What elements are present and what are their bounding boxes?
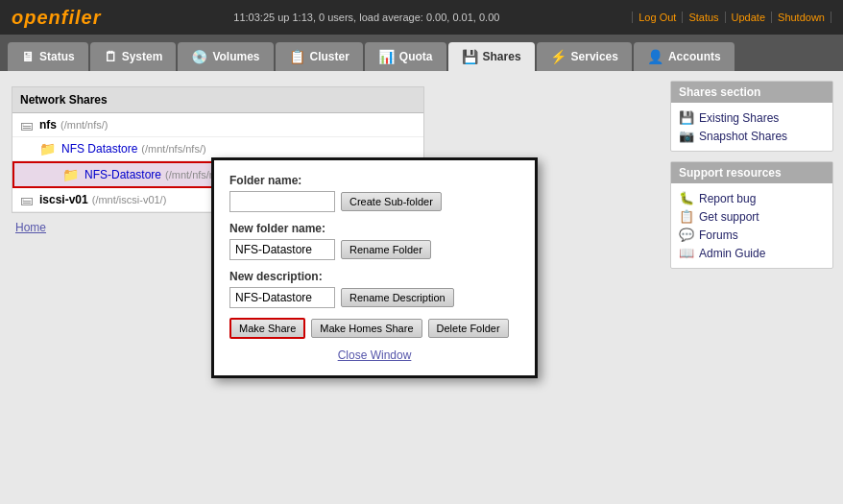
shares-header: Network Shares <box>12 87 423 113</box>
quota-icon: 📊 <box>378 49 395 64</box>
home-link[interactable]: Home <box>15 221 46 234</box>
left-area: Network Shares 🖴 nfs (/mnt/nfs/) 📁 NFS D… <box>0 71 661 504</box>
popup-dialog: Folder name: Create Sub-folder New folde… <box>211 157 538 378</box>
tab-system[interactable]: 🗒 System <box>90 42 177 71</box>
folder-name-row: Create Sub-folder <box>229 191 519 212</box>
existing-shares-link[interactable]: 💾 Existing Shares <box>679 108 825 127</box>
make-share-button[interactable]: Make Share <box>229 318 305 339</box>
folder-name-label: Folder name: <box>229 174 519 187</box>
accounts-icon: 👤 <box>647 49 663 64</box>
share-path: (/mnt/nfs/) <box>60 119 108 131</box>
rename-description-button[interactable]: Rename Description <box>341 288 454 307</box>
tab-system-label: System <box>122 50 163 63</box>
tab-quota[interactable]: 📊 Quota <box>365 42 446 71</box>
logo-open: open <box>12 7 61 28</box>
share-name: iscsi-v01 <box>39 193 88 206</box>
rename-folder-button[interactable]: Rename Folder <box>341 240 431 259</box>
snapshot-shares-icon: 📷 <box>679 129 694 143</box>
existing-shares-icon: 💾 <box>679 110 694 125</box>
support-icon: 📋 <box>679 209 694 224</box>
nav-tabs: 🖥 Status 🗒 System 💿 Volumes 📋 Cluster 📊 … <box>0 35 843 71</box>
shares-icon: 💾 <box>462 49 478 64</box>
tab-services-label: Services <box>571 50 618 63</box>
support-resources-body: 🐛 Report bug 📋 Get support 💬 Forums 📖 Ad… <box>671 183 832 268</box>
status-text: 11:03:25 up 1:13, 0 users, load average:… <box>233 12 499 23</box>
forums-label: Forums <box>699 228 738 242</box>
new-description-input[interactable] <box>229 287 335 308</box>
create-subfolder-button[interactable]: Create Sub-folder <box>341 192 442 211</box>
shutdown-link[interactable]: Shutdown <box>772 12 831 23</box>
new-folder-name-label: New folder name: <box>229 222 519 235</box>
new-description-label: New description: <box>229 270 519 283</box>
admin-guide-link[interactable]: 📖 Admin Guide <box>679 244 825 262</box>
admin-guide-label: Admin Guide <box>699 247 765 260</box>
status-link[interactable]: Status <box>683 12 725 23</box>
status-icon: 🖥 <box>21 49 35 64</box>
tab-cluster-label: Cluster <box>310 50 349 63</box>
header-links: Log Out Status Update Shutdown <box>632 12 831 23</box>
system-icon: 🗒 <box>104 49 117 64</box>
drive-icon: 🖴 <box>20 192 34 207</box>
shares-section-body: 💾 Existing Shares 📷 Snapshot Shares <box>671 103 832 151</box>
tab-accounts-label: Accounts <box>668 50 721 63</box>
close-window-link[interactable]: Close Window <box>338 348 412 362</box>
new-folder-name-row: Rename Folder <box>229 239 519 260</box>
nfs-datastore-link[interactable]: NFS Datastore <box>61 142 137 156</box>
tab-services[interactable]: ⚡ Services <box>537 42 632 71</box>
forums-icon: 💬 <box>679 228 694 242</box>
tab-status[interactable]: 🖥 Status <box>8 42 88 71</box>
get-support-label: Get support <box>699 210 759 224</box>
share-path: (/mnt/nfs/nfs/) <box>141 143 205 155</box>
forums-link[interactable]: 💬 Forums <box>679 226 825 244</box>
tab-volumes-label: Volumes <box>212 50 259 63</box>
popup-actions: Make Share Make Homes Share Delete Folde… <box>229 318 519 339</box>
report-bug-label: Report bug <box>699 192 756 205</box>
tab-status-label: Status <box>39 50 75 63</box>
folder-icon: 📁 <box>62 167 79 182</box>
snapshot-shares-label: Snapshot Shares <box>699 130 787 143</box>
support-resources-panel: Support resources 🐛 Report bug 📋 Get sup… <box>670 161 833 269</box>
list-item: 🖴 nfs (/mnt/nfs/) <box>12 113 423 137</box>
logo: openfiler <box>12 7 101 29</box>
logo-filer: filer <box>61 7 102 28</box>
report-bug-link[interactable]: 🐛 Report bug <box>679 189 825 207</box>
get-support-link[interactable]: 📋 Get support <box>679 207 825 226</box>
folder-name-input[interactable] <box>229 191 335 212</box>
tab-shares[interactable]: 💾 Shares <box>448 42 535 71</box>
guide-icon: 📖 <box>679 246 694 260</box>
tab-quota-label: Quota <box>399 50 433 63</box>
tab-shares-label: Shares <box>483 50 521 63</box>
tab-accounts[interactable]: 👤 Accounts <box>634 42 735 71</box>
right-sidebar: Shares section 💾 Existing Shares 📷 Snaps… <box>661 71 843 504</box>
folder-icon: 📁 <box>39 141 56 156</box>
tab-cluster[interactable]: 📋 Cluster <box>276 42 363 71</box>
existing-shares-label: Existing Shares <box>699 111 779 125</box>
update-link[interactable]: Update <box>726 12 772 23</box>
new-description-row: Rename Description <box>229 287 519 308</box>
new-folder-name-input[interactable] <box>229 239 335 260</box>
header-bar: openfiler 11:03:25 up 1:13, 0 users, loa… <box>0 0 843 35</box>
logout-link[interactable]: Log Out <box>632 12 683 23</box>
snapshot-shares-link[interactable]: 📷 Snapshot Shares <box>679 127 825 145</box>
delete-folder-button[interactable]: Delete Folder <box>428 319 509 338</box>
shares-section-panel: Shares section 💾 Existing Shares 📷 Snaps… <box>670 81 833 152</box>
nfs-datastore-sub-link[interactable]: NFS-Datastore <box>84 168 161 181</box>
shares-section-header: Shares section <box>671 82 832 103</box>
share-name: nfs <box>39 118 57 132</box>
support-resources-header: Support resources <box>671 162 832 183</box>
share-path: (/mnt/iscsi-v01/) <box>92 194 167 205</box>
cluster-icon: 📋 <box>289 49 305 64</box>
drive-icon: 🖴 <box>20 117 34 132</box>
popup-close: Close Window <box>229 348 519 362</box>
make-homes-share-button[interactable]: Make Homes Share <box>311 319 422 338</box>
bug-icon: 🐛 <box>679 191 694 205</box>
main-content: Network Shares 🖴 nfs (/mnt/nfs/) 📁 NFS D… <box>0 71 843 504</box>
volumes-icon: 💿 <box>191 49 207 64</box>
tab-volumes[interactable]: 💿 Volumes <box>178 42 273 71</box>
services-icon: ⚡ <box>550 49 566 64</box>
